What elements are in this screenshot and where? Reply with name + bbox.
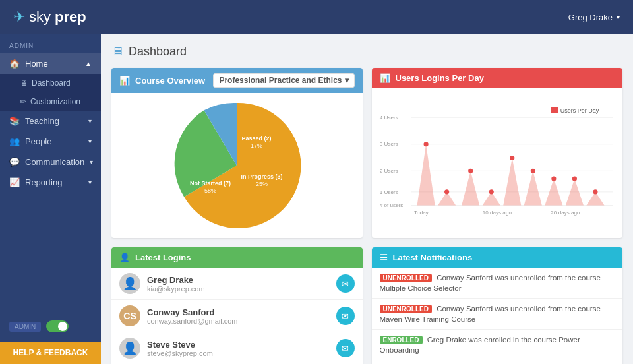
- main-content: 🖥 Dashboard 📊 Course Overview Profession…: [101, 34, 633, 364]
- sidebar-reporting-label: Reporting: [25, 177, 62, 187]
- sidebar-item-reporting[interactable]: 📈 Reporting ▾: [0, 172, 101, 193]
- admin-badge: ADMIN: [9, 322, 41, 332]
- sidebar-item-people[interactable]: 👥 People ▾: [0, 131, 101, 152]
- sidebar-admin-label: ADMIN: [0, 34, 101, 53]
- pie-label-in-progress: In Progress (3): [241, 173, 283, 180]
- svg-text:4 Users: 4 Users: [379, 115, 398, 121]
- dashboard-icon: 🖥: [20, 78, 28, 88]
- svg-point-26: [468, 169, 473, 173]
- pie-label-not-started: Not Started (7): [190, 180, 231, 187]
- email-button-conway[interactable]: ✉: [336, 307, 355, 325]
- pie-label-passed: Passed (2): [242, 135, 272, 142]
- home-icon: 🏠: [9, 59, 20, 69]
- help-feedback-button[interactable]: HELP & FEEDBACK: [0, 342, 101, 364]
- svg-text:# of users: # of users: [379, 202, 403, 208]
- logo-text: sky: [29, 9, 51, 26]
- latest-logins-header: 👤 Latest Logins: [111, 247, 363, 268]
- login-info-conway: Conway Sanford conway.sanford@gmail.com: [147, 307, 330, 325]
- svg-text:58%: 58%: [204, 187, 216, 194]
- sidebar-item-teaching[interactable]: 📚 Teaching ▾: [0, 111, 101, 131]
- latest-notifications-header: ☰ Latest Notifications: [372, 247, 623, 268]
- sidebar-item-communication[interactable]: 💬 Communication ▾: [0, 152, 101, 172]
- badge-unenrolled-1: UNENROLLED: [380, 305, 432, 313]
- login-item-steve: 👤 Steve Steve steve@skyprep.com ✉: [111, 332, 363, 364]
- sidebar-teaching-label: Teaching: [25, 116, 59, 126]
- notification-item-1: UNENROLLED Conway Sanford was unenrolled…: [372, 299, 623, 330]
- dashboard-title-icon: 🖥: [111, 45, 123, 59]
- latest-notifications-title: Latest Notifications: [393, 253, 473, 262]
- svg-marker-19: [503, 158, 521, 205]
- sidebar-item-home[interactable]: 🏠 Home ▲: [0, 53, 101, 74]
- svg-text:20 days ago: 20 days ago: [551, 210, 580, 216]
- logins-per-day-card: 📊 Users Logins Per Day Users Per Day 4 U…: [372, 68, 623, 238]
- svg-point-32: [593, 189, 597, 194]
- svg-text:1 Users: 1 Users: [379, 189, 398, 195]
- login-item-conway: CS Conway Sanford conway.sanford@gmail.c…: [111, 300, 363, 332]
- sidebar-item-dashboard[interactable]: 🖥 Dashboard: [0, 74, 101, 92]
- avatar-greg: 👤: [119, 273, 140, 294]
- avatar-initials-conway: CS: [123, 311, 136, 321]
- reporting-arrow: ▾: [88, 179, 92, 186]
- svg-text:25%: 25%: [256, 181, 268, 187]
- email-button-greg[interactable]: ✉: [336, 274, 355, 293]
- reporting-icon: 📈: [9, 177, 20, 187]
- svg-point-25: [444, 189, 449, 194]
- page-title-text: Dashboard: [129, 45, 187, 59]
- avatar-placeholder-greg: 👤: [123, 276, 137, 291]
- notification-item-2: ENROLLED Greg Drake was enrolled in the …: [372, 330, 623, 361]
- course-selector-label: Professional Practice and Ethics: [219, 76, 342, 85]
- logins-title: Users Logins Per Day: [396, 73, 484, 83]
- login-name-conway: Conway Sanford: [147, 307, 330, 317]
- login-info-greg: Greg Drake kia@skyprep.com: [147, 275, 330, 293]
- communication-arrow: ▾: [90, 158, 93, 166]
- customization-icon: ✏: [20, 97, 26, 106]
- course-overview-header: 📊 Course Overview Professional Practice …: [111, 68, 363, 93]
- login-email-steve: steve@skyprep.com: [147, 349, 330, 357]
- svg-text:10 days ago: 10 days ago: [482, 210, 512, 216]
- login-email-greg: kia@skyprep.com: [147, 285, 330, 293]
- logins-header: 📊 Users Logins Per Day: [372, 68, 623, 88]
- notifications-icon: ☰: [380, 253, 388, 262]
- login-name-greg: Greg Drake: [147, 275, 330, 285]
- svg-rect-3: [551, 107, 558, 113]
- logo: ✈ skyprep: [13, 9, 86, 26]
- user-name: Greg Drake: [568, 13, 613, 22]
- admin-toggle[interactable]: [46, 320, 69, 332]
- logins-icon: 📊: [380, 73, 390, 83]
- svg-marker-15: [417, 144, 435, 206]
- user-menu[interactable]: Greg Drake ▾: [568, 13, 620, 22]
- logo-prep-text: prep: [55, 9, 86, 26]
- latest-notifications-card: ☰ Latest Notifications UNENROLLED Conway…: [372, 247, 623, 364]
- login-item-greg: 👤 Greg Drake kia@skyprep.com ✉: [111, 268, 363, 300]
- svg-text:2 Users: 2 Users: [379, 168, 398, 174]
- sidebar-bottom: ADMIN: [0, 311, 101, 342]
- user-menu-chevron: ▾: [617, 14, 620, 21]
- sidebar-item-customization[interactable]: ✏ Customization: [0, 92, 101, 111]
- avatar-placeholder-steve: 👤: [123, 341, 137, 355]
- logins-user-icon: 👤: [119, 253, 130, 262]
- sidebar-item-home-label: Home: [25, 59, 48, 69]
- sidebar-communication-label: Communication: [25, 157, 84, 167]
- avatar-steve: 👤: [119, 338, 140, 359]
- sidebar-dashboard-label: Dashboard: [32, 78, 71, 88]
- badge-unenrolled-0: UNENROLLED: [380, 274, 432, 282]
- course-overview-title: Course Overview: [135, 76, 205, 86]
- notification-item-3: ENROLLED Conway Sanford was enrolled in …: [372, 361, 623, 364]
- sidebar-people-label: People: [25, 136, 51, 146]
- latest-logins-card: 👤 Latest Logins 👤 Greg Drake kia@skyprep…: [111, 247, 363, 364]
- email-button-steve[interactable]: ✉: [336, 339, 355, 357]
- people-icon: 👥: [9, 136, 20, 146]
- svg-point-29: [530, 169, 535, 173]
- course-selector-dropdown[interactable]: Professional Practice and Ethics ▾: [213, 73, 354, 88]
- svg-point-30: [551, 176, 556, 181]
- home-arrow: ▲: [85, 60, 92, 67]
- course-selector-chevron: ▾: [345, 76, 349, 85]
- svg-point-28: [510, 156, 514, 160]
- logins-chart: Users Per Day 4 Users 3 Users 2 Users 1 …: [378, 95, 617, 227]
- sidebar-home-submenu: 🖥 Dashboard ✏ Customization: [0, 74, 101, 111]
- svg-point-27: [489, 189, 493, 194]
- sidebar: ADMIN 🏠 Home ▲ 🖥 Dashboard ✏ Customizati…: [0, 34, 101, 364]
- sidebar-customization-label: Customization: [30, 97, 80, 106]
- svg-text:Users Per Day: Users Per Day: [560, 107, 599, 114]
- login-name-steve: Steve Steve: [147, 340, 330, 349]
